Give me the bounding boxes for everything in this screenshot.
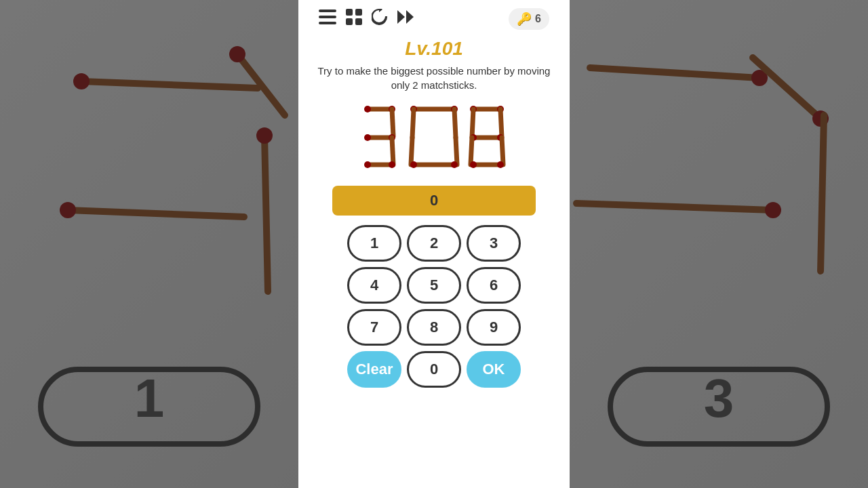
- svg-line-16: [821, 115, 824, 271]
- svg-point-5: [60, 202, 76, 218]
- numpad-btn-2[interactable]: 2: [407, 225, 461, 262]
- numpad-btn-9[interactable]: 9: [467, 309, 521, 346]
- svg-point-9: [256, 127, 273, 144]
- numpad-btn-4[interactable]: 4: [347, 267, 401, 304]
- svg-marker-27: [406, 10, 414, 24]
- svg-line-42: [412, 109, 414, 138]
- numpad-row-3: 7 8 9: [347, 309, 521, 346]
- svg-marker-26: [397, 10, 405, 24]
- svg-rect-20: [319, 16, 336, 18]
- svg-line-10: [590, 68, 760, 78]
- svg-line-52: [472, 109, 473, 138]
- svg-point-1: [73, 73, 90, 89]
- svg-line-53: [500, 109, 502, 138]
- numpad-btn-3[interactable]: 3: [467, 225, 521, 262]
- toolbar: 🔑 6: [312, 0, 556, 35]
- svg-rect-22: [346, 9, 353, 16]
- svg-line-45: [456, 138, 457, 165]
- svg-line-0: [81, 81, 258, 88]
- fast-forward-icon[interactable]: [397, 9, 416, 28]
- svg-line-12: [753, 58, 821, 119]
- svg-point-37: [364, 161, 371, 168]
- numpad: 1 2 3 4 5 6 7 8 9 Clear 0 OK: [347, 225, 521, 388]
- clear-button[interactable]: Clear: [347, 351, 401, 388]
- instruction-text: Try to make the biggest possible number …: [312, 64, 556, 92]
- svg-text:3: 3: [704, 368, 734, 428]
- svg-line-31: [392, 109, 393, 136]
- svg-point-61: [497, 161, 504, 168]
- svg-line-8: [264, 136, 268, 291]
- svg-line-58: [502, 138, 503, 165]
- key-badge: 🔑 6: [509, 8, 549, 30]
- numpad-row-2: 4 5 6: [347, 267, 521, 304]
- svg-rect-23: [355, 9, 362, 16]
- ok-button[interactable]: OK: [467, 351, 521, 388]
- menu-icon[interactable]: [319, 9, 336, 28]
- svg-line-44: [411, 138, 412, 165]
- svg-line-43: [454, 109, 456, 138]
- main-panel: 🔑 6 Lv.101 Try to make the biggest possi…: [298, 0, 570, 488]
- answer-display: 0: [332, 186, 536, 216]
- svg-text:1: 1: [134, 368, 165, 428]
- svg-line-4: [68, 210, 244, 217]
- svg-point-60: [470, 161, 477, 168]
- svg-point-3: [229, 46, 245, 62]
- right-background: 3: [570, 0, 868, 488]
- svg-point-48: [451, 161, 458, 168]
- svg-rect-19: [319, 9, 336, 12]
- key-count: 6: [535, 13, 541, 25]
- svg-rect-25: [355, 18, 362, 25]
- svg-rect-24: [346, 18, 353, 25]
- numpad-btn-8[interactable]: 8: [407, 309, 461, 346]
- numpad-row-1: 1 2 3: [347, 225, 521, 262]
- left-background: 1: [0, 0, 298, 488]
- svg-rect-21: [319, 22, 336, 24]
- svg-line-57: [471, 138, 472, 165]
- numpad-row-4: Clear 0 OK: [347, 351, 521, 388]
- numpad-btn-6[interactable]: 6: [467, 267, 521, 304]
- numpad-btn-0[interactable]: 0: [407, 351, 461, 388]
- grid-icon[interactable]: [346, 9, 362, 29]
- svg-point-29: [364, 106, 371, 113]
- svg-point-33: [364, 134, 371, 141]
- svg-line-14: [576, 203, 773, 210]
- matchstick-display: [353, 99, 515, 180]
- key-icon: 🔑: [517, 12, 532, 26]
- svg-point-38: [389, 161, 395, 168]
- numpad-btn-5[interactable]: 5: [407, 267, 461, 304]
- answer-value: 0: [430, 192, 438, 209]
- level-title: Lv.101: [405, 38, 463, 60]
- numpad-btn-7[interactable]: 7: [347, 309, 401, 346]
- svg-line-35: [392, 138, 393, 165]
- svg-point-15: [765, 202, 781, 218]
- toolbar-icons: [319, 9, 416, 29]
- refresh-icon[interactable]: [372, 9, 388, 29]
- svg-point-47: [410, 161, 417, 168]
- numpad-btn-1[interactable]: 1: [347, 225, 401, 262]
